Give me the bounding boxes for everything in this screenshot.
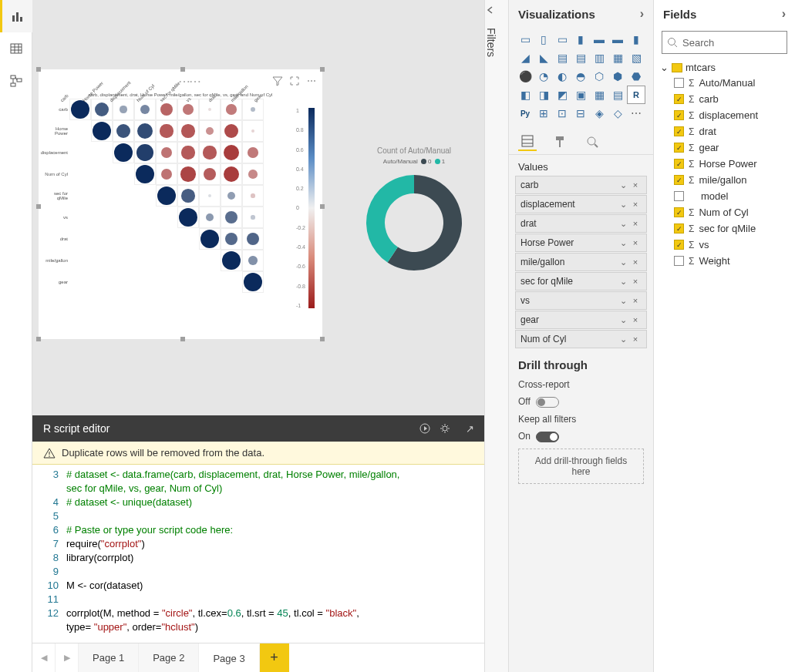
- vis-type-icon[interactable]: ▧: [628, 49, 645, 66]
- well-remove-icon[interactable]: ×: [629, 334, 642, 344]
- vis-type-icon[interactable]: ⚫: [517, 68, 534, 85]
- left-tab-model[interactable]: [0, 65, 32, 97]
- vis-type-icon[interactable]: ▤: [554, 49, 571, 66]
- field-checkbox[interactable]: ✓: [674, 240, 684, 250]
- vis-type-icon[interactable]: ▤: [572, 49, 589, 66]
- vis-type-icon[interactable]: ◧: [517, 86, 534, 103]
- run-script-button[interactable]: [419, 423, 440, 434]
- well-dropdown-icon[interactable]: ⌄: [617, 257, 629, 267]
- field-checkbox[interactable]: [674, 191, 684, 201]
- popout-editor-button[interactable]: ↗: [460, 423, 480, 435]
- value-well[interactable]: Num of Cyl⌄×: [515, 330, 647, 348]
- keep-filters-toggle[interactable]: [536, 432, 559, 442]
- vis-type-icon[interactable]: ▦: [591, 86, 608, 103]
- field-row[interactable]: ΣAuto/Manual: [660, 75, 789, 91]
- vis-type-icon[interactable]: ▮: [628, 31, 645, 48]
- field-row[interactable]: ✓Σgear: [660, 139, 789, 156]
- vis-type-icon[interactable]: ▭: [517, 31, 534, 48]
- vis-type-icon[interactable]: ▬: [591, 31, 608, 48]
- vis-type-icon[interactable]: ⬢: [609, 68, 626, 85]
- vis-type-icon[interactable]: ▥: [591, 49, 608, 66]
- vis-type-icon[interactable]: ▣: [572, 86, 589, 103]
- field-checkbox[interactable]: ✓: [674, 207, 684, 217]
- field-row[interactable]: ✓ΣHorse Power: [660, 156, 789, 172]
- format-tab[interactable]: [551, 133, 569, 151]
- well-remove-icon[interactable]: ×: [629, 296, 642, 305]
- well-dropdown-icon[interactable]: ⌄: [617, 277, 629, 287]
- report-canvas[interactable]: ⋯⋯ ⋯ carb, displacement, drat, Horse Pow…: [32, 0, 510, 415]
- vis-type-icon[interactable]: ⊡: [554, 105, 571, 122]
- field-checkbox[interactable]: ✓: [674, 143, 684, 153]
- vis-type-icon[interactable]: Py: [517, 105, 534, 122]
- vis-type-icon[interactable]: ⊟: [572, 105, 589, 122]
- well-dropdown-icon[interactable]: ⌄: [617, 296, 629, 306]
- page-tab[interactable]: Page 2: [139, 643, 199, 672]
- field-checkbox[interactable]: ✓: [674, 159, 684, 169]
- well-dropdown-icon[interactable]: ⌄: [617, 334, 629, 344]
- well-remove-icon[interactable]: ×: [629, 277, 642, 286]
- value-well[interactable]: displacement⌄×: [515, 195, 647, 213]
- page-nav-prev[interactable]: ◀: [32, 643, 56, 672]
- value-well[interactable]: vs⌄×: [515, 291, 647, 310]
- filter-icon[interactable]: [271, 75, 284, 87]
- vis-type-icon[interactable]: ◢: [517, 49, 534, 66]
- vis-type-icon[interactable]: ⋯: [628, 105, 645, 122]
- field-checkbox[interactable]: [674, 256, 684, 266]
- field-row[interactable]: ✓Σmile/gallon: [660, 172, 789, 188]
- vis-type-icon[interactable]: ▮: [572, 31, 589, 48]
- field-row[interactable]: ✓Σsec for qMile: [660, 220, 789, 237]
- donut-visual[interactable]: Count of Auto/Manual Auto/Manual 0 1: [337, 146, 491, 301]
- table-node[interactable]: ⌄ mtcars: [660, 60, 789, 75]
- value-well[interactable]: Horse Power⌄×: [515, 234, 647, 252]
- page-nav-next[interactable]: ▶: [56, 643, 79, 672]
- vis-type-icon[interactable]: ⬣: [628, 68, 645, 85]
- vis-type-icon[interactable]: ⬡: [591, 68, 608, 85]
- field-checkbox[interactable]: ✓: [674, 110, 684, 120]
- well-dropdown-icon[interactable]: ⌄: [617, 315, 629, 325]
- add-page-button[interactable]: +: [260, 643, 289, 672]
- field-checkbox[interactable]: ✓: [674, 126, 684, 136]
- page-tab[interactable]: Page 1: [79, 643, 139, 672]
- field-row[interactable]: ✓Σvs: [660, 237, 789, 253]
- vis-type-icon[interactable]: ▯: [535, 31, 552, 48]
- analytics-tab[interactable]: [583, 133, 601, 151]
- vis-type-icon[interactable]: ◨: [535, 86, 552, 103]
- vis-type-icon[interactable]: ▤: [609, 86, 626, 103]
- expand-filters-icon[interactable]: [485, 0, 508, 20]
- more-options-icon[interactable]: ⋯: [305, 75, 318, 87]
- collapse-visualizations-icon[interactable]: ›: [640, 7, 644, 21]
- well-remove-icon[interactable]: ×: [629, 180, 642, 190]
- field-checkbox[interactable]: ✓: [674, 175, 684, 185]
- vis-type-icon[interactable]: ▬: [609, 31, 626, 48]
- field-checkbox[interactable]: ✓: [674, 94, 684, 104]
- vis-type-icon[interactable]: ◇: [609, 105, 626, 122]
- vis-type-icon[interactable]: ◐: [554, 68, 571, 85]
- left-tab-data[interactable]: [0, 32, 32, 65]
- field-checkbox[interactable]: ✓: [674, 223, 684, 234]
- field-row[interactable]: ✓Σdisplacement: [660, 107, 789, 123]
- vis-type-icon[interactable]: ◔: [535, 68, 552, 85]
- well-remove-icon[interactable]: ×: [629, 315, 642, 324]
- field-checkbox[interactable]: [674, 78, 684, 88]
- well-dropdown-icon[interactable]: ⌄: [617, 238, 629, 248]
- vis-type-icon[interactable]: ▦: [609, 49, 626, 66]
- r-visual-selected[interactable]: ⋯⋯ ⋯ carb, displacement, drat, Horse Pow…: [39, 69, 322, 339]
- vis-type-icon[interactable]: ◩: [554, 86, 571, 103]
- well-remove-icon[interactable]: ×: [629, 219, 642, 228]
- vis-type-icon[interactable]: ◓: [572, 68, 589, 85]
- value-well[interactable]: mile/gallon⌄×: [515, 253, 647, 271]
- field-row[interactable]: ✓Σdrat: [660, 123, 789, 139]
- well-dropdown-icon[interactable]: ⌄: [617, 200, 629, 210]
- filters-pane-collapsed[interactable]: Filters: [484, 0, 509, 672]
- code-area[interactable]: 3# dataset <- data.frame(carb, displacem…: [32, 465, 510, 637]
- value-well[interactable]: sec for qMile⌄×: [515, 272, 647, 291]
- value-well[interactable]: gear⌄×: [515, 311, 647, 329]
- well-remove-icon[interactable]: ×: [629, 200, 642, 209]
- field-row[interactable]: ✓Σcarb: [660, 91, 789, 107]
- script-options-button[interactable]: [440, 423, 460, 434]
- well-dropdown-icon[interactable]: ⌄: [617, 219, 629, 229]
- vis-type-icon[interactable]: R: [628, 86, 645, 103]
- drill-through-dropzone[interactable]: Add drill-through fields here: [518, 449, 644, 484]
- vis-type-icon[interactable]: ⊞: [535, 105, 552, 122]
- well-remove-icon[interactable]: ×: [629, 257, 642, 267]
